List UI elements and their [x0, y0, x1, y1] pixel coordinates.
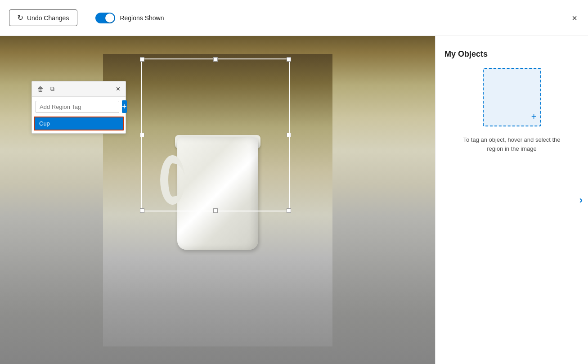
mug-body — [177, 137, 258, 250]
panel-description: To tag an object, hover and select the r… — [462, 135, 561, 153]
regions-toggle-area: Regions Shown — [95, 13, 164, 23]
close-button[interactable]: × — [570, 12, 579, 24]
region-popup: 🗑 ⧉ × + Cup — [31, 81, 126, 134]
handle-top-right[interactable] — [287, 57, 291, 62]
popup-toolbar: 🗑 ⧉ — [36, 84, 55, 94]
placeholder-plus-icon: + — [531, 112, 537, 122]
trash-icon: 🗑 — [37, 85, 44, 93]
toggle-label: Regions Shown — [120, 14, 164, 22]
photo-canvas — [103, 54, 332, 346]
handle-right-mid[interactable] — [287, 133, 291, 137]
undo-changes-button[interactable]: ↺ Undo Changes — [9, 9, 77, 26]
header: ↺ Undo Changes Regions Shown × — [0, 0, 588, 36]
main-area: 🗑 ⧉ × + Cup My Objects + To tag an objec… — [0, 36, 588, 364]
handle-bottom-left[interactable] — [140, 208, 144, 213]
regions-toggle[interactable] — [95, 13, 115, 23]
popup-close-button[interactable]: × — [115, 85, 121, 94]
region-popup-header: 🗑 ⧉ × — [32, 81, 126, 97]
handle-left-mid[interactable] — [140, 133, 144, 137]
object-placeholder: + — [483, 68, 541, 126]
undo-icon: ↺ — [18, 13, 23, 22]
undo-label: Undo Changes — [27, 14, 69, 22]
image-area[interactable]: 🗑 ⧉ × + Cup — [0, 36, 435, 364]
handle-bottom-right[interactable] — [287, 208, 291, 213]
add-tag-button[interactable]: + — [122, 100, 127, 113]
delete-region-button[interactable]: 🗑 — [36, 84, 45, 94]
tag-suggestion-cup[interactable]: Cup — [34, 117, 124, 130]
handle-top-left[interactable] — [140, 57, 144, 62]
copy-region-button[interactable]: ⧉ — [49, 84, 55, 94]
right-panel: My Objects + To tag an object, hover and… — [435, 36, 588, 364]
chevron-right-icon[interactable]: › — [579, 194, 583, 206]
region-tag-input[interactable] — [36, 101, 119, 113]
cup-image — [155, 128, 281, 272]
handle-top-mid[interactable] — [213, 57, 218, 62]
panel-title: My Objects — [444, 49, 488, 59]
copy-icon: ⧉ — [50, 85, 54, 93]
region-tag-row: + — [32, 97, 126, 117]
mug-handle — [160, 155, 185, 205]
